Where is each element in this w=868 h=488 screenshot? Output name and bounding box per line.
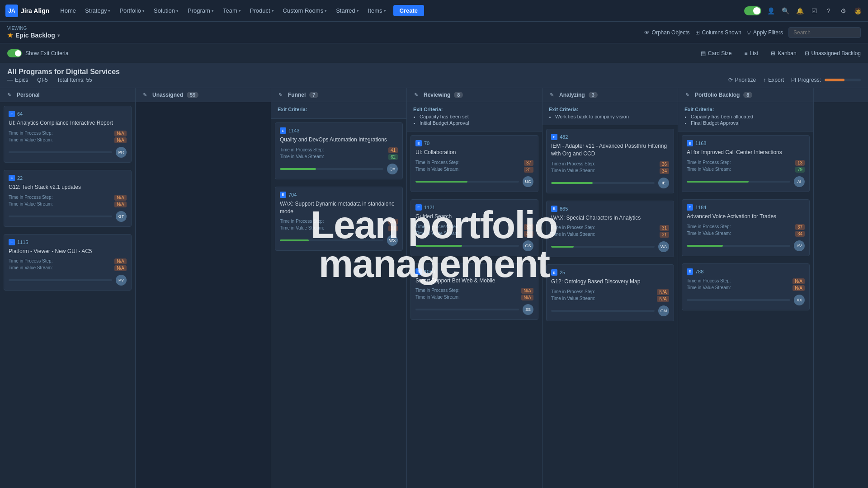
card-title: AI for Improved Call Center Interactions [687, 149, 805, 156]
chevron-down-icon: ▾ [239, 9, 241, 13]
epic-icon: E [687, 268, 693, 275]
collapse-icon: — [7, 77, 13, 83]
edit-icon[interactable]: ✎ [7, 92, 11, 98]
apply-filters-button[interactable]: ▽ Apply Filters [747, 29, 783, 36]
avatar-icon[interactable]: 🧑 [853, 6, 863, 16]
user-icon[interactable]: 👤 [766, 6, 776, 16]
card-1168[interactable]: E1168 AI for Improved Call Center Intera… [682, 135, 810, 192]
chevron-down-icon: ▾ [108, 9, 110, 13]
card-22[interactable]: E22 G12: Tech Stack v2.1 updates Time in… [4, 170, 132, 227]
card-id: E704 [280, 192, 398, 198]
card-482[interactable]: E482 IEM - Adapter v11 - Advanced Passth… [546, 129, 674, 193]
col-header-reviewing: ✎ Reviewing 8 [407, 88, 542, 102]
card-id: E1143 [280, 127, 398, 134]
kanban-view-button[interactable]: ⊞ Kanban [766, 48, 801, 58]
col-header-personal: ✎ Personal [0, 88, 136, 102]
col-header-portfolio-backlog: ✎ Portfolio Backlog 8 [678, 88, 814, 102]
prioritize-button[interactable]: ⟳ Prioritize [728, 77, 756, 83]
chevron-down-icon: ▾ [357, 9, 359, 13]
unassigned-backlog-button[interactable]: ⊡ Unassigned Backlog [805, 50, 861, 56]
nav-program[interactable]: Program▾ [184, 5, 217, 16]
edit-icon[interactable]: ✎ [550, 92, 554, 98]
edit-icon[interactable]: ✎ [143, 92, 147, 98]
card-meta: Time in Process Step:N/A Time in Value S… [551, 289, 669, 302]
nav-solution[interactable]: Solution▾ [150, 5, 182, 16]
card-70[interactable]: E70 UI: Collaboration Time in Process St… [410, 135, 538, 192]
search-input[interactable] [788, 27, 861, 38]
export-button[interactable]: ↑ Export [763, 77, 784, 83]
exit-criteria-funnel: Exit Criteria: [271, 102, 406, 119]
epic-icon: E [9, 175, 15, 181]
search-icon[interactable]: 🔍 [780, 6, 790, 16]
exit-criteria-reviewing: Exit Criteria: Capacity has been set Ini… [407, 102, 542, 131]
card-id: E1115 [9, 239, 127, 245]
card-meta: Time in Process Step:37 Time in Value St… [687, 224, 805, 237]
card-64[interactable]: E 64 UI: Analytics Compliance Interactiv… [4, 106, 132, 163]
card-865[interactable]: E865 WAX: Special Characters in Analytic… [546, 201, 674, 258]
card-title: WAX: Special Characters in Analytics [551, 214, 669, 222]
nav-strategy[interactable]: Strategy▾ [81, 5, 114, 16]
epic-icon: E [551, 206, 557, 212]
settings-icon[interactable]: ⚙ [838, 6, 848, 16]
card-1143[interactable]: E1143 Quality and DevOps Automation Inte… [275, 122, 403, 179]
card-788[interactable]: E788 Time in Process Step:N/A Time in Va… [682, 263, 810, 310]
avatar: PV [116, 275, 127, 286]
epics-toggle[interactable]: — Epics [7, 77, 28, 83]
epic-icon: E [687, 204, 693, 211]
exit-criteria-toggle[interactable] [7, 49, 22, 57]
card-704[interactable]: E704 WAX: Support Dynamic metadata in st… [275, 187, 403, 251]
card-1080[interactable]: E1080 Smart Support Bot Web & Mobile Tim… [410, 263, 538, 320]
list-view-button[interactable]: ≡ List [740, 48, 763, 58]
card-id: E865 [551, 206, 669, 212]
nav-home[interactable]: Home [57, 5, 80, 16]
epic-icon: E [687, 140, 693, 146]
card-meta: Time in Process Step:36 Time in Value St… [551, 161, 669, 174]
card-meta: Time in Process Step:37 Time in Value St… [415, 160, 533, 173]
column-personal: E 64 UI: Analytics Compliance Interactiv… [0, 102, 136, 488]
edit-icon[interactable]: ✎ [685, 92, 689, 98]
star-icon[interactable]: ★ [7, 32, 13, 39]
kanban-board: E 64 UI: Analytics Compliance Interactiv… [0, 102, 868, 488]
columns-shown-button[interactable]: ⊞ Columns Shown [695, 29, 741, 36]
epic-icon: E [551, 134, 557, 140]
nav-team[interactable]: Team▾ [219, 5, 245, 16]
help-icon[interactable]: ? [824, 6, 834, 16]
avatar: WX [387, 235, 398, 246]
nav-portfolio[interactable]: Portfolio▾ [116, 5, 148, 16]
card-id: E482 [551, 134, 669, 140]
nav-items[interactable]: Items▾ [364, 5, 390, 16]
card-1115[interactable]: E1115 Platform - Viewer - New GUI - AC5 … [4, 234, 132, 291]
unassigned-icon: ⊡ [805, 50, 809, 56]
orphan-objects-button[interactable]: 👁 Orphan Objects [644, 29, 690, 36]
toggle-switch[interactable] [744, 6, 761, 15]
dropdown-arrow-icon[interactable]: ▾ [57, 33, 60, 38]
bell-icon[interactable]: 🔔 [795, 6, 805, 16]
chevron-down-icon: ▾ [325, 9, 327, 13]
card-title: G12: Tech Stack v2.1 updates [9, 183, 127, 191]
edit-icon[interactable]: ✎ [414, 92, 418, 98]
view-controls-right: ▤ Card Size ≡ List ⊞ Kanban ⊡ Unassigned… [696, 48, 861, 58]
col-header-unassigned: ✎ Unassigned 59 [136, 88, 271, 102]
nav-starred[interactable]: Starred▾ [332, 5, 363, 16]
card-1121[interactable]: E1121 Guided Search Time in Process Step… [410, 199, 538, 256]
epic-icon: E [9, 111, 15, 117]
card-1184[interactable]: E1184 Advanced Voice Activation for Trad… [682, 199, 810, 256]
nav-custom-rooms[interactable]: Custom Rooms▾ [279, 5, 331, 16]
col-header-funnel: ✎ Funnel 7 [271, 88, 407, 102]
edit-icon[interactable]: ✎ [278, 92, 283, 98]
card-25[interactable]: E25 G12: Ontology Based Discovery Map Ti… [546, 264, 674, 321]
avatar: UC [523, 176, 533, 187]
create-button[interactable]: Create [393, 5, 424, 16]
program-title: All Programs for Digital Services [7, 68, 861, 76]
card-size-button[interactable]: ▤ Card Size [696, 48, 736, 58]
epic-icon: E [280, 127, 286, 134]
check-icon[interactable]: ☑ [809, 6, 819, 16]
logo[interactable]: JA Jira Align [5, 5, 49, 17]
filter-icon: ▽ [747, 29, 751, 36]
card-title: Platform - Viewer - New GUI - AC5 [9, 248, 127, 255]
card-id: E 64 [9, 111, 127, 117]
nav-product[interactable]: Product▾ [246, 5, 278, 16]
card-meta: Time in Process Step:N/A Time in Value S… [9, 258, 127, 271]
export-icon: ↑ [763, 77, 766, 83]
card-title: UI: Analytics Compliance Interactive Rep… [9, 119, 127, 127]
